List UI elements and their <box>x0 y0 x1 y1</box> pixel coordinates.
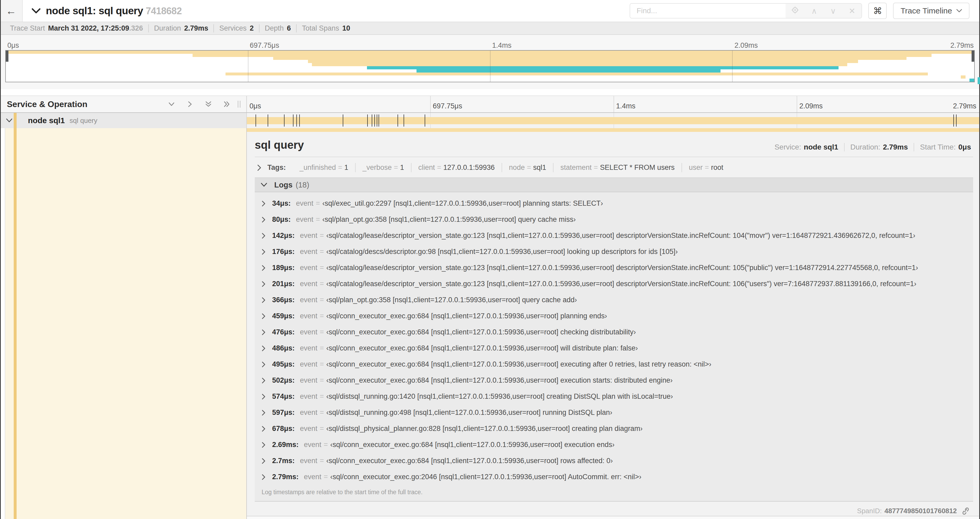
minimap-axis: 0μs697.75μs1.4ms2.09ms2.79ms <box>5 41 975 50</box>
prev-result-icon[interactable]: ∧ <box>809 6 819 16</box>
log-row[interactable]: 80μs:event=‹sql/plan_opt.go:358 [nsql1,c… <box>255 211 973 228</box>
collapse-all-icon[interactable] <box>204 100 212 108</box>
log-row[interactable]: 34μs:event=‹sql/exec_util.go:2297 [nsql1… <box>255 195 973 211</box>
next-result-icon[interactable]: ∨ <box>828 6 838 16</box>
log-expand-chevron-icon[interactable] <box>262 297 266 303</box>
log-expand-chevron-icon[interactable] <box>262 426 266 432</box>
ruler-gridline <box>797 96 797 112</box>
equals-sign: = <box>313 216 323 224</box>
log-expand-chevron-icon[interactable] <box>262 281 266 287</box>
log-row[interactable]: 495μs:event=‹sql/conn_executor_exec.go:6… <box>255 356 973 372</box>
collapse-one-icon[interactable] <box>167 100 175 108</box>
minimap-left-scrubber-handle[interactable] <box>6 51 8 62</box>
log-row[interactable]: 597μs:event=‹sql/distsql_running.go:498 … <box>255 404 973 421</box>
find-input[interactable] <box>630 4 786 18</box>
log-expand-chevron-icon[interactable] <box>262 377 266 384</box>
log-row[interactable]: 2.69ms:event=‹sql/conn_executor_exec.go:… <box>255 437 973 453</box>
tag-item[interactable]: _verbose=1 <box>355 163 411 172</box>
stat-value: 2 <box>250 24 254 32</box>
log-event-tick <box>343 115 343 126</box>
log-row[interactable]: 176μs:event=‹sql/catalog/descs/descripto… <box>255 244 973 260</box>
log-field-value: ‹sql/distsql_running.go:1420 [nsql1,clie… <box>326 393 673 401</box>
log-expand-chevron-icon[interactable] <box>262 233 266 239</box>
column-resizer-grip[interactable] <box>238 101 240 108</box>
equals-sign: = <box>703 163 711 171</box>
span-row-name-cell[interactable]: node sql1 sql query <box>0 113 246 128</box>
equals-sign: = <box>317 344 326 352</box>
meta-label: Service: <box>775 143 801 151</box>
log-row[interactable]: 476μs:event=‹sql/conn_executor_exec.go:6… <box>255 324 973 340</box>
log-row[interactable]: 189μs:event=‹sql/catalog/lease/descripto… <box>255 260 973 276</box>
keyboard-shortcuts-button[interactable]: ⌘ <box>868 3 887 19</box>
log-expand-chevron-icon[interactable] <box>262 361 266 367</box>
tag-item[interactable]: statement=SELECT * FROM users <box>553 163 681 172</box>
axis-tick-label: 2.79ms <box>950 42 975 50</box>
log-row[interactable]: 201μs:event=‹sql/catalog/lease/descripto… <box>255 276 973 292</box>
locate-icon[interactable] <box>790 6 800 16</box>
equals-sign: = <box>317 393 326 401</box>
span-detail-meta: Service:node sql1Duration:2.79msStart Ti… <box>769 143 972 152</box>
trace-view-dropdown[interactable]: Trace Timeline <box>893 3 969 19</box>
timeline-header-row: Service & Operation 0μs697.75μs1.4ms2.09… <box>0 96 980 113</box>
equals-sign: = <box>317 312 326 320</box>
log-expand-chevron-icon[interactable] <box>262 458 266 464</box>
log-row[interactable]: 486μs:event=‹sql/conn_executor_exec.go:6… <box>255 340 973 356</box>
log-expand-chevron-icon[interactable] <box>262 474 266 480</box>
log-expand-chevron-icon[interactable] <box>262 313 266 319</box>
tag-item[interactable]: client=127.0.0.1:59936 <box>411 163 501 172</box>
log-row[interactable]: 142μs:event=‹sql/catalog/lease/descripto… <box>255 228 973 244</box>
log-expand-chevron-icon[interactable] <box>262 265 266 271</box>
tag-item[interactable]: user=root <box>681 163 730 172</box>
deep-link-icon[interactable] <box>962 507 969 515</box>
logs-header[interactable]: Logs (18) <box>255 178 973 192</box>
log-expand-chevron-icon[interactable] <box>262 217 266 223</box>
stat-label: Duration <box>154 24 181 32</box>
equals-sign: = <box>313 200 323 208</box>
tags-row[interactable]: Tags: _unfinished=1_verbose=1client=127.… <box>255 157 973 177</box>
equals-sign: = <box>317 409 326 417</box>
log-expand-chevron-icon[interactable] <box>262 393 266 400</box>
log-expand-chevron-icon[interactable] <box>262 345 266 351</box>
clear-search-icon[interactable]: ✕ <box>847 6 857 16</box>
expand-all-icon[interactable] <box>223 100 231 108</box>
tag-item[interactable]: node=sql1 <box>501 163 553 172</box>
meta-value: 0μs <box>958 143 971 151</box>
tags-expand-chevron-icon[interactable] <box>257 164 262 171</box>
log-row[interactable]: 366μs:event=‹sql/plan_opt.go:358 [nsql1,… <box>255 292 973 308</box>
span-detail-panel: sql query Service:node sql1Duration:2.79… <box>246 128 980 519</box>
trace-stat-item: Total Spans10 <box>296 24 355 32</box>
span-row-node-sql1[interactable]: node sql1 sql query <box>0 113 980 128</box>
equals-sign: = <box>435 163 443 171</box>
expand-one-icon[interactable] <box>186 100 194 108</box>
log-expand-chevron-icon[interactable] <box>262 200 266 207</box>
window-left-edge <box>0 0 1 519</box>
tag-item[interactable]: _unfinished=1 <box>293 163 355 172</box>
log-timestamp: 176μs: <box>272 248 295 256</box>
log-field-key: event <box>300 457 317 465</box>
span-collapse-chevron-icon[interactable] <box>6 118 13 123</box>
log-row[interactable]: 678μs:event=‹sql/distsql_physical_planne… <box>255 421 973 437</box>
log-expand-chevron-icon[interactable] <box>262 249 266 255</box>
log-row[interactable]: 574μs:event=‹sql/distsql_running.go:1420… <box>255 388 973 404</box>
span-duration-bar[interactable] <box>247 117 980 124</box>
log-field-value: ‹sql/conn_executor_exec.go:684 [nsql1,cl… <box>326 312 607 320</box>
minimap-right-scrubber-handle[interactable] <box>972 51 974 62</box>
timeline-ruler: 0μs697.75μs1.4ms2.09ms2.79ms <box>246 96 980 112</box>
minimap-span-bar <box>308 60 858 63</box>
log-expand-chevron-icon[interactable] <box>262 329 266 335</box>
log-row[interactable]: 502μs:event=‹sql/conn_executor_exec.go:6… <box>255 372 973 388</box>
collapse-trace-chevron-icon[interactable] <box>32 8 41 14</box>
span-service-name: node sql1 <box>28 116 65 125</box>
minimap-canvas[interactable] <box>5 50 975 82</box>
log-field-value: ‹sql/catalog/lease/descriptor_version_st… <box>326 280 916 288</box>
log-field-key: event <box>300 232 317 240</box>
log-row[interactable]: 459μs:event=‹sql/conn_executor_exec.go:6… <box>255 308 973 324</box>
service-operation-title: Service & Operation <box>7 99 88 109</box>
span-row-timeline-cell[interactable] <box>246 113 980 128</box>
equals-sign: = <box>317 376 326 385</box>
log-row[interactable]: 2.79ms:event=‹sql/conn_executor_exec.go:… <box>255 469 973 485</box>
back-button[interactable]: ← <box>0 0 23 22</box>
log-row[interactable]: 2.7ms:event=‹sql/conn_executor_exec.go:6… <box>255 453 973 469</box>
log-expand-chevron-icon[interactable] <box>262 410 266 416</box>
log-expand-chevron-icon[interactable] <box>262 442 266 448</box>
